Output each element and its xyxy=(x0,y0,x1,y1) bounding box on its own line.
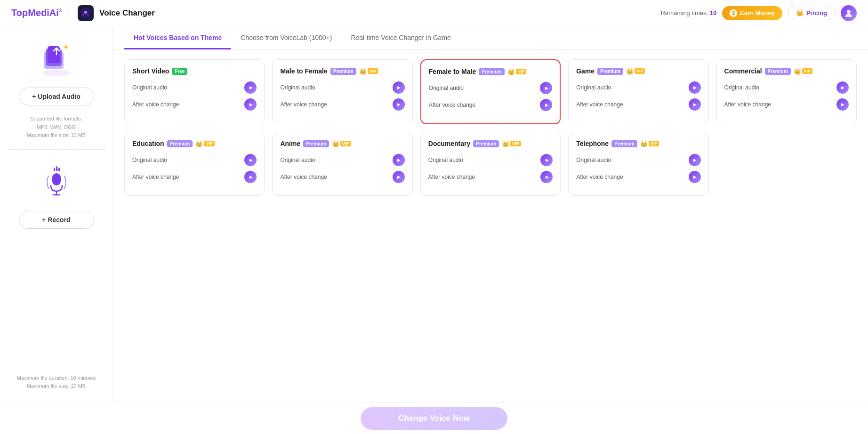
record-button[interactable]: + Record xyxy=(19,211,94,229)
tab-hot-voices[interactable]: Hot Voices Based on Theme xyxy=(124,26,231,49)
audio-label: Original audio xyxy=(280,84,315,91)
play-button[interactable] xyxy=(244,154,257,166)
badge-free: Free xyxy=(172,68,187,75)
svg-point-2 xyxy=(847,10,851,14)
upload-audio-button[interactable]: + Upload Audio xyxy=(19,88,94,105)
upload-illustration xyxy=(35,38,78,80)
pricing-button[interactable]: 👑 Pricing xyxy=(788,6,835,20)
audio-row-1: After voice change xyxy=(429,99,552,111)
audio-label: After voice change xyxy=(576,101,623,108)
audio-row-1: After voice change xyxy=(576,171,700,183)
card-title: Game xyxy=(576,67,595,75)
crown-vip-icon: 👑VIP xyxy=(502,140,521,147)
play-button[interactable] xyxy=(540,82,552,94)
audio-row-1: After voice change xyxy=(724,98,849,111)
card-header: Short Video Free xyxy=(132,67,257,75)
voice-card-male-to-female[interactable]: Male to Female Premium 👑VIP Original aud… xyxy=(272,59,412,124)
crown-vip-icon: 👑VIP xyxy=(359,68,378,75)
play-button[interactable] xyxy=(689,171,701,183)
user-avatar[interactable] xyxy=(841,5,857,21)
play-button[interactable] xyxy=(244,171,257,183)
tab-realtime[interactable]: Real-time Voice Changer in Game xyxy=(341,26,460,49)
card-header: Telephone Premium 👑VIP xyxy=(576,140,700,147)
audio-label: After voice change xyxy=(132,101,179,108)
voice-card-female-to-male[interactable]: Female to Male Premium 👑VIP Original aud… xyxy=(420,59,561,124)
header-left: TopMediAi® Voice Changer xyxy=(11,5,155,21)
card-title: Female to Male xyxy=(429,68,476,75)
play-button[interactable] xyxy=(689,98,701,111)
voice-card-telephone[interactable]: Telephone Premium 👑VIP Original audio Af… xyxy=(568,132,708,196)
audio-label: After voice change xyxy=(280,174,327,180)
badge-premium: Premium xyxy=(303,140,329,147)
main-layout: + Upload Audio Supported file formats:MP… xyxy=(0,26,868,402)
badge-premium: Premium xyxy=(479,68,505,75)
dollar-icon: $ xyxy=(730,9,737,17)
crown-vip-icon: 👑VIP xyxy=(507,68,527,75)
app-icon xyxy=(78,5,94,21)
play-button[interactable] xyxy=(393,171,405,183)
change-voice-button[interactable]: Change Voice Now xyxy=(361,407,507,430)
svg-rect-9 xyxy=(54,168,55,171)
play-button[interactable] xyxy=(540,154,553,166)
play-button[interactable] xyxy=(244,98,257,111)
sidebar: + Upload Audio Supported file formats:MP… xyxy=(0,26,113,402)
file-formats-info: Supported file formats:MP3, WAV, OGGMaxi… xyxy=(27,115,86,140)
card-header: Male to Female Premium 👑VIP xyxy=(280,67,404,75)
voice-card-documentary[interactable]: Documentary Premium 👑VIP Original audio … xyxy=(420,132,561,196)
crown-vip-icon: 👑VIP xyxy=(332,140,351,147)
audio-row-0: Original audio xyxy=(132,81,257,94)
audio-label: Original audio xyxy=(724,84,759,91)
svg-rect-11 xyxy=(58,168,60,171)
audio-row-1: After voice change xyxy=(280,98,404,111)
header: TopMediAi® Voice Changer Remaining times… xyxy=(0,0,868,26)
audio-row-1: After voice change xyxy=(428,171,553,183)
play-button[interactable] xyxy=(836,81,849,94)
audio-row-0: Original audio xyxy=(576,154,700,166)
audio-row-1: After voice change xyxy=(280,171,404,183)
earn-money-button[interactable]: $ Earn Money xyxy=(722,6,782,20)
badge-premium: Premium xyxy=(597,68,623,75)
voice-card-short-video[interactable]: Short Video Free Original audio After vo… xyxy=(124,59,265,124)
play-button[interactable] xyxy=(540,99,552,111)
card-header: Game Premium 👑VIP xyxy=(576,67,700,75)
divider xyxy=(70,8,70,19)
voice-card-commercial[interactable]: Commercial Premium 👑VIP Original audio A… xyxy=(716,59,857,124)
bottom-bar: Change Voice Now xyxy=(0,402,868,434)
audio-label: Original audio xyxy=(576,84,611,91)
audio-label: After voice change xyxy=(576,174,623,180)
card-title: Education xyxy=(132,140,164,147)
play-button[interactable] xyxy=(244,81,257,94)
crown-vip-icon: 👑VIP xyxy=(195,140,215,147)
card-header: Documentary Premium 👑VIP xyxy=(428,140,553,147)
record-section: + Record xyxy=(8,159,105,229)
audio-label: After voice change xyxy=(429,102,475,108)
tabs-nav: Hot Voices Based on Theme Choose from Vo… xyxy=(113,26,868,50)
play-button[interactable] xyxy=(393,98,405,111)
tab-voicelab[interactable]: Choose from VoiceLab (1000+) xyxy=(231,26,341,49)
play-button[interactable] xyxy=(393,154,405,166)
audio-row-0: Original audio xyxy=(132,154,257,166)
play-button[interactable] xyxy=(393,81,405,94)
content-area: Hot Voices Based on Theme Choose from Vo… xyxy=(113,26,868,402)
play-button[interactable] xyxy=(689,154,701,166)
audio-label: Original audio xyxy=(132,157,167,163)
remaining-times: Remaining times: 10 xyxy=(661,9,717,16)
card-title: Documentary xyxy=(428,140,470,147)
play-button[interactable] xyxy=(689,81,701,94)
audio-label: After voice change xyxy=(132,174,179,180)
crown-vip-icon: 👑VIP xyxy=(626,68,645,75)
audio-label: Original audio xyxy=(429,85,464,91)
crown-vip-icon: 👑VIP xyxy=(794,68,813,75)
voice-card-education[interactable]: Education Premium 👑VIP Original audio Af… xyxy=(124,132,265,196)
audio-row-1: After voice change xyxy=(576,98,700,111)
audio-label: Original audio xyxy=(280,157,315,163)
voice-card-anime[interactable]: Anime Premium 👑VIP Original audio After … xyxy=(272,132,412,196)
microphone-illustration xyxy=(35,161,78,203)
voice-card-game[interactable]: Game Premium 👑VIP Original audio After v… xyxy=(568,59,708,124)
audio-row-0: Original audio xyxy=(724,81,849,94)
play-button[interactable] xyxy=(836,98,849,111)
svg-rect-10 xyxy=(56,166,57,171)
card-title: Anime xyxy=(280,140,300,147)
remaining-count-link[interactable]: 10 xyxy=(710,9,716,16)
play-button[interactable] xyxy=(540,171,553,183)
